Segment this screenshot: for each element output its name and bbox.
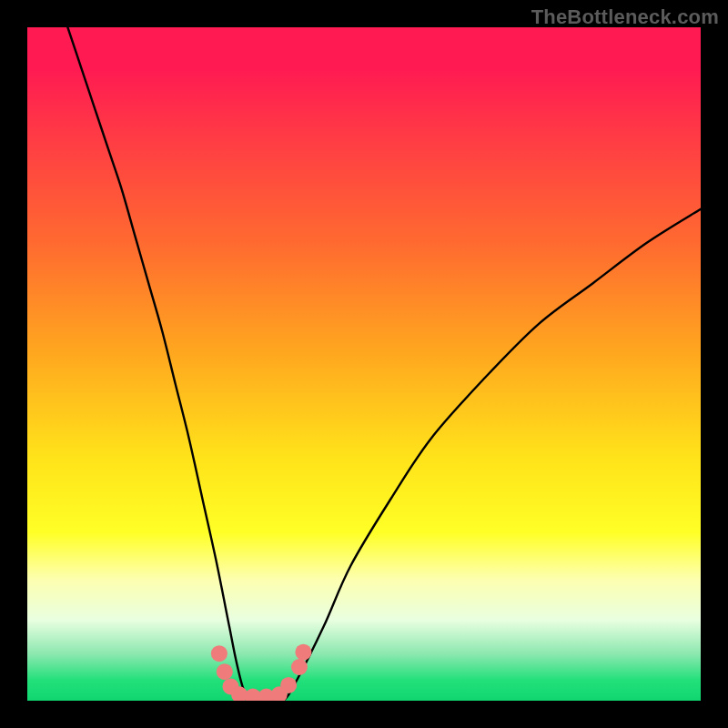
curve-marker <box>280 677 297 693</box>
chart-plot-area <box>27 27 701 701</box>
curve-markers <box>211 644 312 701</box>
chart-frame: TheBottleneck.com <box>0 0 728 728</box>
bottleneck-curve <box>67 27 701 701</box>
chart-svg <box>27 27 701 701</box>
curve-marker <box>211 645 228 662</box>
curve-marker <box>217 663 233 680</box>
curve-marker <box>291 659 308 675</box>
watermark-text: TheBottleneck.com <box>531 5 719 29</box>
curve-marker <box>295 644 311 661</box>
